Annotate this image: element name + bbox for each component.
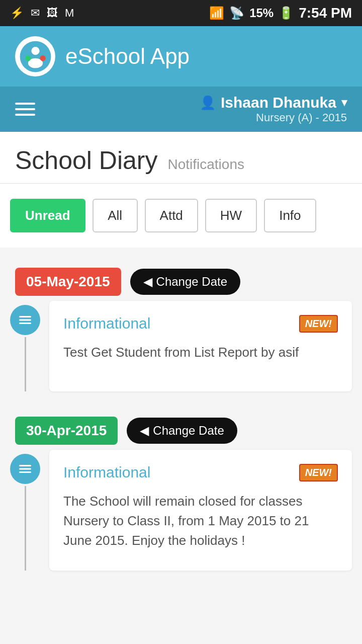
svg-point-1 bbox=[31, 47, 39, 55]
app-title: eSchool App bbox=[65, 44, 190, 69]
change-date-tooltip-0[interactable]: Change Date bbox=[130, 269, 240, 295]
card-header-1: InformationalNEW! bbox=[63, 464, 338, 481]
user-info[interactable]: 👤 Ishaan Dhanuka ▾ Nursery (A) - 2015 bbox=[200, 94, 347, 124]
svg-rect-10 bbox=[19, 471, 31, 473]
signal-icon: 📡 bbox=[229, 6, 244, 20]
card-type-0: Informational bbox=[63, 315, 150, 332]
page-title-bar: School Diary Notifications bbox=[0, 132, 362, 184]
date-badge-0: 05-May-2015 bbox=[15, 268, 121, 296]
tab-hw[interactable]: HW bbox=[205, 199, 257, 232]
status-bar: ⚡ ✉ 🖼 M 📶 📡 15% 🔋 7:54 PM bbox=[0, 0, 362, 26]
card-body-1: The School will remain closed for classe… bbox=[63, 492, 338, 550]
timeline-entry-1: InformationalNEW!The School will remain … bbox=[0, 450, 362, 586]
timeline-dot-1 bbox=[10, 454, 40, 484]
user-name: Ishaan Dhanuka bbox=[221, 94, 336, 111]
hamburger-menu[interactable] bbox=[15, 99, 35, 119]
app-logo bbox=[15, 36, 55, 76]
tab-info[interactable]: Info bbox=[264, 199, 316, 232]
email-icon: ✉ bbox=[31, 7, 40, 20]
card-type-1: Informational bbox=[63, 464, 150, 481]
svg-point-3 bbox=[25, 55, 31, 61]
user-icon: 👤 bbox=[200, 95, 216, 111]
battery-level: 15% bbox=[249, 6, 274, 20]
timeline-line-1 bbox=[25, 486, 26, 571]
new-badge-1: NEW! bbox=[299, 464, 338, 481]
timeline-line-0 bbox=[25, 337, 26, 391]
battery-icon: 🔋 bbox=[279, 6, 294, 20]
svg-rect-7 bbox=[19, 323, 31, 324]
timeline-left-0 bbox=[10, 301, 40, 391]
timeline-entry-0: InformationalNEW!Test Get Student from L… bbox=[0, 301, 362, 407]
user-class: Nursery (A) - 2015 bbox=[256, 111, 347, 124]
status-icons-right: 📶 📡 15% 🔋 7:54 PM bbox=[209, 5, 352, 21]
svg-rect-6 bbox=[19, 319, 31, 321]
svg-rect-8 bbox=[19, 465, 31, 466]
timeline-dot-0 bbox=[10, 305, 40, 335]
clock: 7:54 PM bbox=[299, 5, 352, 21]
app-header: eSchool App bbox=[0, 26, 362, 87]
card-header-0: InformationalNEW! bbox=[63, 315, 338, 333]
status-icons-left: ⚡ ✉ 🖼 M bbox=[10, 7, 74, 20]
new-badge-0: NEW! bbox=[299, 315, 338, 333]
timeline-left-1 bbox=[10, 450, 40, 571]
content-area: 05-May-2015Change DateInformationalNEW!T… bbox=[0, 248, 362, 596]
image-icon: 🖼 bbox=[47, 7, 58, 20]
gmail-icon: M bbox=[65, 7, 74, 20]
filter-tabs: UnreadAllAttdHWInfo bbox=[0, 184, 362, 248]
change-date-tooltip-1[interactable]: Change Date bbox=[127, 418, 237, 444]
user-bar: 👤 Ishaan Dhanuka ▾ Nursery (A) - 2015 bbox=[0, 87, 362, 132]
page-title: School Diary bbox=[15, 146, 157, 175]
svg-rect-5 bbox=[19, 316, 31, 317]
date-badge-1: 30-Apr-2015 bbox=[15, 417, 118, 445]
svg-rect-9 bbox=[19, 468, 31, 470]
tab-unread[interactable]: Unread bbox=[10, 199, 85, 232]
card-body-0: Test Get Student from List Report by asi… bbox=[63, 343, 338, 362]
page-subtitle: Notifications bbox=[167, 156, 244, 173]
tab-attd[interactable]: Attd bbox=[145, 199, 198, 232]
date-row-1: 30-Apr-2015Change Date bbox=[0, 407, 362, 450]
date-row-0: 05-May-2015Change Date bbox=[0, 258, 362, 301]
dropdown-arrow-icon: ▾ bbox=[341, 96, 347, 109]
tab-all[interactable]: All bbox=[93, 199, 138, 232]
usb-icon: ⚡ bbox=[10, 7, 24, 20]
wifi-icon: 📶 bbox=[209, 6, 224, 20]
timeline-card-0: InformationalNEW!Test Get Student from L… bbox=[49, 301, 352, 391]
svg-point-4 bbox=[40, 55, 45, 61]
timeline-card-1: InformationalNEW!The School will remain … bbox=[49, 450, 352, 571]
